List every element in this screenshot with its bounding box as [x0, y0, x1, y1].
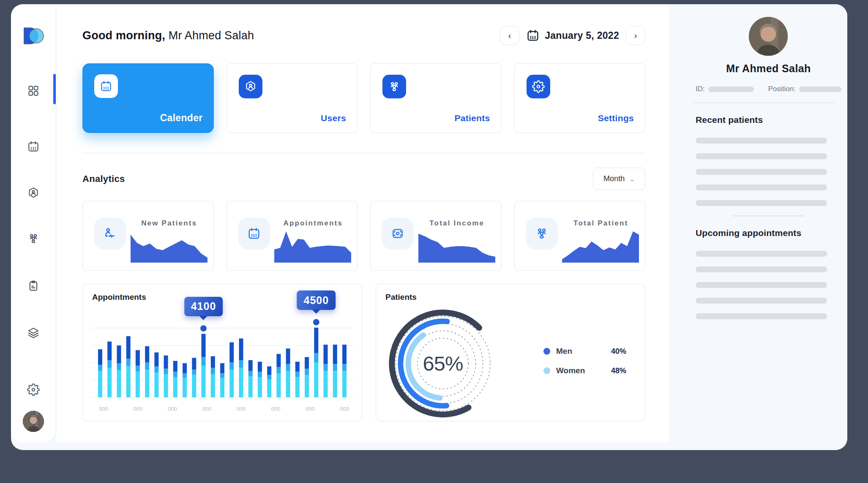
profile-divider [693, 103, 835, 103]
current-date[interactable]: January 5, 2022 [526, 29, 619, 42]
logo-icon [22, 27, 44, 45]
id-label: ID: [696, 85, 705, 93]
donut-legend: Men 40% Women 48% [543, 347, 626, 375]
appointments-chart-card: Appointments 000000000000000000000000 41… [82, 284, 362, 421]
profile-avatar[interactable] [749, 17, 788, 56]
chevron-right-icon: › [634, 31, 637, 41]
avatar-photo [23, 411, 44, 432]
app-window: Good morning, Mr Ahmed Salah ‹ January 5… [11, 4, 847, 450]
date-label: January 5, 2022 [545, 30, 619, 41]
skeleton-row [696, 185, 827, 190]
men-legend-dot [543, 348, 550, 355]
nav-card-patients[interactable]: Patients [370, 63, 502, 133]
period-dropdown[interactable]: Month ⌄ [593, 168, 645, 190]
skeleton-row [696, 313, 827, 319]
legend-row-women: Women 48% [543, 366, 626, 375]
nav-card-users[interactable]: Users [227, 63, 358, 133]
total-income-sparkline [418, 230, 495, 263]
total-income-tile [382, 217, 414, 250]
stat-card-total-patient[interactable]: Total Patient [514, 201, 646, 271]
page-title: Good morning, Mr Ahmed Salah [82, 29, 254, 42]
sidebar-item-profile[interactable] [27, 187, 40, 199]
legend-row-men: Men 40% [543, 347, 626, 356]
x-axis-label: 000 [202, 406, 212, 412]
calendar-icon [247, 227, 261, 240]
next-date-button[interactable]: › [626, 26, 645, 45]
layers-icon [27, 326, 40, 339]
skeleton-row [696, 153, 827, 159]
money-icon [391, 227, 404, 240]
calendar-tile [94, 74, 118, 98]
gear-icon [27, 383, 40, 396]
new-patients-sparkline [131, 230, 207, 263]
recent-patients-list [696, 138, 841, 206]
stat-cards-row: New Patients Appointments [82, 201, 645, 271]
stat-card-total-income[interactable]: Total Income [370, 201, 502, 271]
stat-card-label: Total Income [420, 219, 494, 228]
skeleton-row [696, 200, 827, 206]
stat-card-label: Total Patient [565, 219, 638, 228]
position-placeholder [799, 87, 841, 92]
patients-group-icon [388, 80, 401, 93]
chevron-left-icon: ‹ [508, 31, 511, 41]
nav-card-label: Settings [598, 113, 634, 123]
stat-card-appointments[interactable]: Appointments [227, 201, 358, 271]
skeleton-row [696, 266, 827, 272]
stat-card-label: New Patients [133, 219, 206, 228]
sidebar-item-dashboard[interactable] [27, 84, 40, 97]
top-bar: Good morning, Mr Ahmed Salah ‹ January 5… [82, 24, 645, 46]
total-patient-sparkline [562, 230, 639, 263]
women-legend-label: Women [556, 366, 611, 375]
profile-name: Mr Ahmed Salah [696, 62, 841, 75]
profile-id-position: ID: Position: [696, 85, 841, 93]
stat-card-label: Appointments [277, 219, 350, 228]
patient-monitor-icon [103, 226, 117, 241]
patients-chart-title: Patients [385, 293, 417, 302]
nav-cards-row: Calender Users [82, 63, 645, 133]
sidebar-item-settings[interactable] [27, 383, 40, 396]
skeleton-row [696, 298, 827, 304]
list-divider [732, 216, 804, 216]
x-axis-label: 000 [134, 406, 143, 412]
x-axis-label: 000 [168, 406, 177, 412]
app-logo [22, 27, 44, 45]
upcoming-appointments-heading: Upcoming appointments [696, 228, 841, 238]
sidebar-item-records[interactable] [27, 279, 40, 292]
x-axis-label: 000 [237, 406, 246, 412]
x-axis-label: 000 [340, 406, 349, 412]
sidebar-item-layers[interactable] [27, 326, 40, 339]
period-selected-label: Month [603, 174, 625, 183]
nav-card-settings[interactable]: Settings [514, 63, 646, 133]
sidebar-item-patients[interactable] [27, 232, 40, 245]
total-patient-tile [526, 217, 558, 250]
appointments-sparkline [274, 230, 351, 263]
nav-card-calendar[interactable]: Calender [82, 63, 214, 133]
left-sidebar [11, 4, 56, 442]
calendar-icon [27, 140, 40, 153]
analytics-header: Analytics Month ⌄ [82, 168, 645, 190]
sidebar-item-calendar[interactable] [27, 140, 40, 153]
recent-patients-heading: Recent patients [696, 115, 841, 125]
date-navigator: ‹ January 5, 2022 › [500, 26, 645, 45]
calendar-icon [526, 29, 540, 42]
nav-card-label: Users [321, 113, 346, 123]
greeting-username: Mr Ahmed Salah [165, 29, 254, 42]
user-hexagon-icon [244, 80, 257, 93]
nav-card-label: Patients [454, 113, 490, 123]
donut-center-value: 65% [423, 352, 463, 375]
clipboard-icon [27, 279, 40, 292]
skeleton-row [696, 138, 827, 144]
nav-card-label: Calender [160, 112, 203, 124]
id-placeholder [708, 87, 754, 92]
sidebar-user-avatar[interactable] [23, 411, 44, 432]
analytics-title: Analytics [82, 174, 125, 185]
appointments-chart-title: Appointments [92, 293, 146, 302]
upcoming-appointments-list [696, 251, 841, 319]
sidebar-active-indicator [53, 74, 56, 104]
stat-card-new-patients[interactable]: New Patients [82, 201, 214, 271]
main-content: Good morning, Mr Ahmed Salah ‹ January 5… [56, 4, 669, 442]
skeleton-row [696, 282, 827, 288]
patients-tile [382, 75, 406, 98]
prev-date-button[interactable]: ‹ [500, 26, 519, 45]
patients-group-icon [27, 232, 40, 245]
